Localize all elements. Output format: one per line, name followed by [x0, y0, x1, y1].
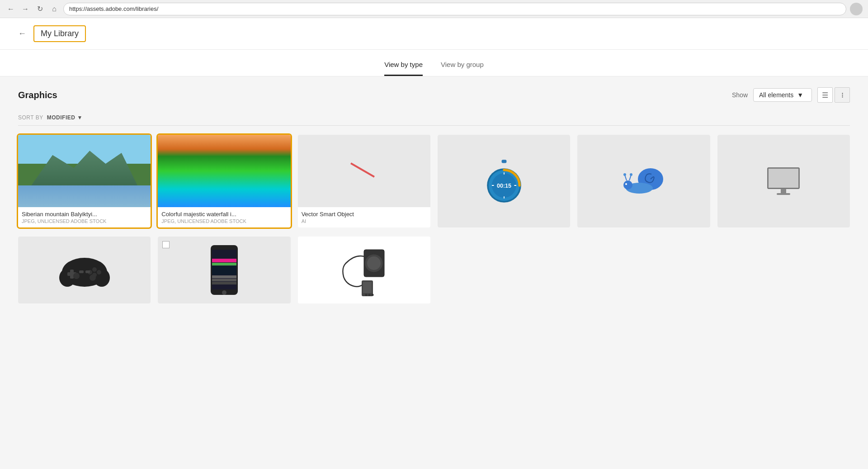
svg-rect-37: [212, 259, 236, 262]
svg-point-14: [623, 173, 626, 176]
svg-point-11: [623, 180, 632, 189]
item-3-thumbnail: [298, 135, 430, 207]
waterfall-image: [158, 135, 290, 207]
items-grid-row2: [18, 237, 850, 303]
phone-svg: [208, 243, 240, 297]
filter-selected: All elements: [759, 91, 793, 99]
items-grid-row1: Siberian mountain Balyiktyi... JPEG, UNL…: [18, 135, 850, 227]
section-controls: Show All elements ▼ ☰ ⁝: [732, 87, 850, 103]
svg-text:00:15: 00:15: [497, 182, 511, 189]
phone-checkbox[interactable]: [162, 241, 170, 248]
home-button[interactable]: ⌂: [49, 4, 60, 14]
svg-rect-30: [79, 270, 84, 273]
item-1-thumbnail: [18, 135, 151, 207]
url-text: https://assets.adobe.com/libraries/: [69, 5, 158, 12]
item-1-name: Siberian mountain Balyiktyi...: [22, 211, 147, 218]
stopwatch-svg: 00:15: [484, 159, 524, 204]
svg-point-27: [97, 270, 101, 275]
grid-item-7[interactable]: [18, 237, 151, 303]
grid-view-button[interactable]: ⁝: [835, 87, 850, 103]
svg-rect-40: [212, 275, 236, 278]
item-9-thumbnail: [298, 237, 430, 303]
item-2-thumbnail: [158, 135, 290, 207]
url-bar[interactable]: https://assets.adobe.com/libraries/: [63, 3, 846, 15]
item-2-info: Colorful majestic waterfall i... JPEG, U…: [158, 207, 290, 227]
sort-value[interactable]: MODIFIED ▼: [47, 114, 83, 121]
svg-point-33: [90, 275, 96, 281]
item-2-meta: JPEG, UNLICENSED ADOBE STOCK: [161, 218, 287, 224]
grid-item-9[interactable]: [298, 237, 430, 303]
grid-item-5[interactable]: Vector Smart Object AI: [577, 135, 710, 227]
item-1-info: Siberian mountain Balyiktyi... JPEG, UNL…: [18, 207, 151, 227]
grid-item-4[interactable]: 00:15 Vector Smart Object AI: [438, 135, 570, 227]
item-2-name: Colorful majestic waterfall i...: [161, 211, 287, 218]
grid-icon: ⁝: [841, 91, 844, 99]
item-3-name: Vector Smart Object: [302, 211, 427, 218]
svg-rect-48: [363, 282, 372, 293]
tab-view-by-type[interactable]: View by type: [384, 61, 423, 76]
equipment-svg: [337, 241, 391, 299]
forward-button[interactable]: →: [20, 4, 31, 14]
svg-rect-38: [212, 263, 236, 265]
refresh-button[interactable]: ↻: [34, 4, 45, 14]
svg-point-26: [92, 267, 97, 272]
item-5-thumbnail: [577, 135, 710, 227]
gamepad-svg: [57, 250, 112, 290]
view-toggle: ☰ ⁝: [817, 87, 850, 103]
svg-rect-31: [85, 270, 90, 273]
svg-point-15: [630, 173, 632, 176]
svg-point-46: [367, 256, 381, 270]
back-button[interactable]: ←: [5, 4, 16, 14]
my-library-badge[interactable]: My Library: [33, 25, 86, 42]
svg-rect-39: [212, 266, 236, 275]
item-1-meta: JPEG, UNLICENSED ADOBE STOCK: [22, 218, 147, 224]
svg-rect-36: [212, 250, 236, 259]
svg-rect-19: [781, 189, 786, 193]
item-7-thumbnail: [18, 237, 151, 303]
monitor-svg: [761, 163, 806, 199]
user-avatar: [850, 3, 863, 15]
main-content: Graphics Show All elements ▼ ☰ ⁝ SORT BY…: [0, 76, 868, 464]
mountain-image: [18, 135, 151, 207]
svg-rect-18: [769, 169, 798, 188]
item-3-info: Vector Smart Object AI: [298, 207, 430, 227]
tab-view-by-group[interactable]: View by group: [441, 61, 484, 76]
grid-item-1[interactable]: Siberian mountain Balyiktyi... JPEG, UNL…: [18, 135, 151, 227]
grid-item-6[interactable]: Vector Smart Object AI: [717, 135, 850, 227]
library-back-arrow[interactable]: ←: [18, 29, 26, 38]
my-library-label: My Library: [41, 29, 79, 38]
svg-rect-0: [501, 160, 506, 163]
svg-point-16: [625, 183, 627, 185]
section-title: Graphics: [18, 90, 57, 100]
red-line-image: [298, 135, 430, 207]
svg-point-32: [73, 273, 80, 279]
item-3-meta: AI: [302, 218, 427, 224]
svg-rect-20: [777, 193, 790, 195]
filter-dropdown[interactable]: All elements ▼: [753, 88, 812, 102]
show-label: Show: [732, 91, 748, 99]
svg-rect-42: [212, 282, 236, 284]
item-6-thumbnail: [717, 135, 850, 227]
browser-chrome: ← → ↻ ⌂ https://assets.adobe.com/librari…: [0, 0, 868, 18]
svg-point-51: [372, 294, 374, 296]
svg-rect-41: [212, 279, 236, 281]
grid-item-8[interactable]: [158, 237, 290, 303]
svg-point-50: [368, 294, 371, 296]
svg-point-43: [222, 290, 226, 295]
sort-bar: SORT BY MODIFIED ▼: [18, 110, 850, 126]
grid-item-2[interactable]: Colorful majestic waterfall i... JPEG, U…: [158, 135, 290, 227]
item-8-thumbnail: [158, 237, 290, 303]
sort-prefix: SORT BY: [18, 114, 43, 121]
snail-svg: [621, 163, 666, 199]
svg-point-23: [94, 269, 110, 287]
list-icon: ☰: [822, 91, 828, 99]
item-4-thumbnail: 00:15: [438, 135, 570, 227]
section-header: Graphics Show All elements ▼ ☰ ⁝: [18, 87, 850, 103]
sort-chevron-icon: ▼: [77, 114, 82, 121]
svg-point-49: [365, 294, 368, 296]
dropdown-chevron-icon: ▼: [797, 91, 803, 99]
list-view-button[interactable]: ☰: [817, 87, 833, 103]
app-header: ← My Library: [0, 18, 868, 50]
grid-item-3[interactable]: Vector Smart Object AI: [298, 135, 430, 227]
view-tabs: View by type View by group: [0, 50, 868, 76]
